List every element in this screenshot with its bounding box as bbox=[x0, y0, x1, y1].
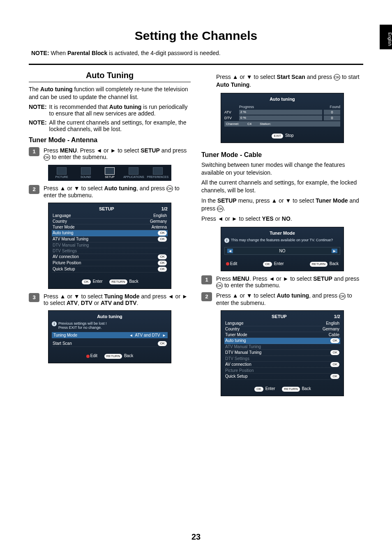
cable-p4: Press ◄ or ► to select YES or NO. bbox=[201, 215, 363, 223]
setup-icon bbox=[105, 167, 115, 175]
osd-title: SETUP bbox=[99, 206, 114, 211]
l: Start Scan bbox=[53, 341, 72, 346]
t: to start bbox=[340, 74, 360, 80]
t: SETUP bbox=[217, 197, 237, 204]
osd-tuner-mode: Tuner Mode i This may change the feature… bbox=[221, 227, 344, 271]
step2-body: Press ▲ or ▼ to select Auto tuning, and … bbox=[44, 185, 191, 199]
osd-footer: EXIT Stop bbox=[224, 133, 340, 138]
footer-edit: Edit bbox=[230, 261, 237, 266]
return-pill-icon: RETURN bbox=[282, 387, 300, 392]
l: DTV Manual Tuning bbox=[225, 350, 261, 355]
divider bbox=[29, 64, 363, 65]
right-intro: Press ▲ or ▼ to select Start Scan and pr… bbox=[216, 73, 363, 89]
v: Germany bbox=[323, 327, 339, 331]
ok-pill-icon: OK bbox=[158, 267, 167, 272]
t: In the bbox=[201, 197, 217, 204]
selector-value: NO bbox=[279, 249, 286, 253]
l: Tuner Mode bbox=[225, 332, 247, 337]
w1: Previous settings will be lost ! bbox=[58, 321, 107, 325]
dtv-bar: 0 % bbox=[239, 115, 322, 120]
l: AV connection bbox=[53, 254, 79, 259]
page-content: Setting the Channels NOTE: When Parental… bbox=[0, 0, 392, 400]
right-arrow-icon: ► bbox=[162, 333, 166, 337]
row-av-connection: AV connectionOK bbox=[52, 254, 168, 260]
ok-pill-icon: OK bbox=[330, 374, 339, 379]
row-dtv: DTV 0 % 0 bbox=[224, 115, 340, 120]
t: Auto tuning bbox=[277, 292, 309, 299]
osd-page: 1/2 bbox=[334, 314, 340, 319]
ok-icon: OK bbox=[339, 293, 346, 300]
cable-step-1: 1 Press MENU. Press ◄ or ► to select SET… bbox=[201, 275, 363, 289]
step-number-3-icon: 3 bbox=[29, 293, 39, 302]
note1-pre: It is recommended that bbox=[49, 104, 109, 110]
row-start-scan: Start Scan OK bbox=[52, 341, 168, 347]
red-dot-icon bbox=[226, 262, 229, 265]
subhead-antenna: Tuner Mode - Antenna bbox=[29, 136, 191, 144]
channel-value: C4 bbox=[247, 122, 251, 126]
row-atv: ATV 2 % 0 bbox=[224, 110, 340, 115]
v: Cable bbox=[329, 332, 339, 337]
t: . bbox=[137, 300, 138, 306]
row-picture-position: Picture Position bbox=[224, 368, 340, 374]
osd-title-row: SETUP 1/2 bbox=[52, 205, 168, 213]
l: DTV Settings bbox=[225, 356, 249, 361]
row-tuner-mode: Tuner ModeAntenna bbox=[52, 224, 168, 230]
iconbar-label: SOUND bbox=[81, 175, 91, 178]
t: Press ▲ or ▼ to select bbox=[44, 293, 104, 300]
note1-body: It is recommended that Auto tuning is ru… bbox=[49, 104, 191, 117]
osd-footer: OK Enter RETURN Back bbox=[52, 279, 168, 284]
left-arrow-icon: ◄ bbox=[129, 333, 133, 337]
row-av-connection: AV connectionOK bbox=[224, 362, 340, 368]
step-number-2-icon: 2 bbox=[29, 185, 39, 194]
osd-warning: i This may change the features available… bbox=[224, 238, 340, 243]
footer-back: Back bbox=[302, 386, 311, 391]
v: Antenna bbox=[152, 225, 167, 229]
ok-pill-icon: OK bbox=[158, 231, 167, 235]
intro-pre: The bbox=[29, 86, 40, 92]
ok-pill-icon: OK bbox=[254, 387, 263, 392]
t: Press bbox=[44, 147, 60, 154]
ok-pill-icon: OK bbox=[330, 338, 339, 343]
t: ATV and DTV bbox=[101, 300, 137, 306]
ok-pill-icon: OK bbox=[82, 279, 91, 284]
iconbar-picture: PICTURE bbox=[50, 167, 74, 178]
t: and press bbox=[160, 147, 187, 154]
row-picture-position: Picture PositionOK bbox=[52, 260, 168, 266]
applications-icon bbox=[129, 167, 138, 175]
t: ATV bbox=[67, 300, 78, 306]
row-dtv-settings: DTV Settings bbox=[224, 356, 340, 362]
row-dtv-settings: DTV Settings bbox=[52, 248, 168, 254]
iconbar-label: APPLICATIONS bbox=[123, 175, 144, 178]
ok-pill-icon: OK bbox=[158, 254, 167, 259]
info-icon: i bbox=[224, 238, 229, 243]
w2: Press EXIT for no change. bbox=[58, 325, 107, 330]
ok-icon: OK bbox=[166, 185, 173, 192]
subhead-cable: Tuner Mode - Cable bbox=[201, 151, 363, 159]
ok-pill-icon: OK bbox=[330, 350, 339, 355]
iconbar-sound: SOUND bbox=[74, 167, 97, 178]
osd-setup-cable: SETUP 1/2 LanguageEnglish CountryGermany… bbox=[221, 310, 344, 396]
t: Press ◄ or ► to select bbox=[201, 215, 262, 222]
l: ATV Manual Tuning bbox=[225, 344, 261, 349]
row-auto-tuning: Auto tuningOK bbox=[52, 230, 168, 236]
t: . Press ◄ or ► to select bbox=[249, 275, 313, 282]
osd-footer: Edit RETURN Back bbox=[52, 353, 168, 359]
t: MENU bbox=[233, 275, 249, 282]
top-note: NOTE: When Parental Block is activated, … bbox=[29, 49, 363, 60]
atv-bar: 2 % bbox=[239, 110, 322, 115]
t: , bbox=[78, 300, 81, 306]
cable-p1: Switching between tuner modes will chang… bbox=[201, 161, 363, 177]
channel-label: Channel: bbox=[226, 122, 239, 126]
progress-bars: ProgressFound ATV 2 % 0 DTV 0 % 0 Channe… bbox=[224, 105, 340, 127]
t: . Press ◄ or ► to select bbox=[77, 147, 141, 154]
osd-setup-antenna: SETUP 1/2 LanguageEnglish CountryGermany… bbox=[48, 203, 171, 289]
warn-text: Previous settings will be lost ! Press E… bbox=[58, 321, 107, 330]
t: to enter the submenu. bbox=[50, 154, 108, 160]
station-label: Station: bbox=[260, 122, 271, 126]
page-title: Setting the Channels bbox=[29, 29, 363, 43]
footer-back: Back bbox=[129, 279, 138, 284]
t: , and press bbox=[309, 292, 339, 299]
left-arrow-icon: ◄ bbox=[227, 249, 233, 253]
l: Auto tuning bbox=[225, 338, 246, 343]
l: Quick Setup bbox=[53, 267, 75, 272]
